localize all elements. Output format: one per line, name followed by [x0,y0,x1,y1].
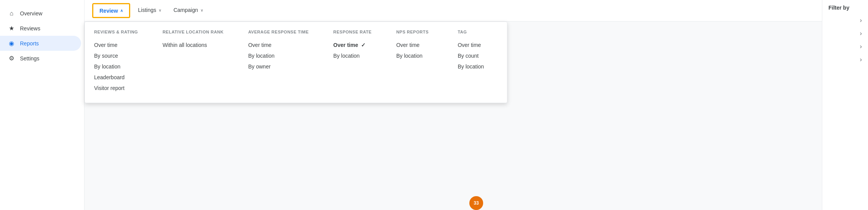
sidebar-item-reports[interactable]: ◉Reports [0,36,81,51]
col-header-nps-reports: NPS REPORTS [396,30,433,34]
col-item-reviews-rating-visitor-report[interactable]: Visitor report [94,83,138,93]
sidebar: ⌂Overview★Reviews◉Reports⚙Settings [0,0,84,210]
dropdown-col-reviews-rating: REVIEWS & RATINGOver timeBy sourceBy loc… [85,30,150,93]
dropdown-col-tag: TAGOver timeBy countBy location [446,30,507,93]
dropdown-panel: REVIEWS & RATINGOver timeBy sourceBy loc… [84,22,507,103]
col-item-tag-over-time[interactable]: Over time [458,40,495,50]
nav-label-review: Review [99,8,118,14]
sidebar-item-label-settings: Settings [20,55,40,62]
settings-icon: ⚙ [8,55,15,62]
nav-chevron-listings: ∨ [159,8,161,12]
filter-chevron-0[interactable]: › [828,14,862,27]
filter-chevron-1[interactable]: › [828,27,862,40]
col-item-reviews-rating-leaderboard[interactable]: Leaderboard [94,72,138,83]
col-item-reviews-rating-by-location[interactable]: By location [94,61,138,72]
notification-badge: 33 [469,196,483,210]
reviews-icon: ★ [8,25,15,32]
col-item-tag-by-count[interactable]: By count [458,50,495,61]
sidebar-item-label-reports: Reports [20,40,39,47]
nav-item-campaign[interactable]: Campaign∨ [167,0,209,21]
sidebar-item-reviews[interactable]: ★Reviews [0,21,81,36]
dropdown-col-response-rate: RESPONSE RATEOver time ✓By location [321,30,384,93]
nav-chevron-campaign: ∨ [200,8,203,12]
sidebar-item-label-overview: Overview [20,10,42,17]
nav-label-listings: Listings [138,7,156,13]
sidebar-item-label-reviews: Reviews [20,25,40,32]
col-item-reviews-rating-by-source[interactable]: By source [94,50,138,61]
main-content: Review∧Listings∨Campaign∨Filter by REVIE… [84,0,868,210]
badge-value: 33 [474,200,479,206]
col-item-response-rate-by-location[interactable]: By location [333,50,372,61]
nav-item-review[interactable]: Review∧ [92,3,130,18]
filter-panel: Filter by ›››› [822,0,868,210]
dropdown-col-avg-response-time: AVERAGE RESPONSE TIMEOver timeBy locatio… [236,30,321,93]
col-header-reviews-rating: REVIEWS & RATING [94,30,138,34]
col-item-reviews-rating-over-time[interactable]: Over time [94,40,138,50]
col-item-avg-response-time-over-time[interactable]: Over time [248,40,309,50]
overview-icon: ⌂ [8,10,15,17]
col-item-tag-by-location[interactable]: By location [458,61,495,72]
col-header-response-rate: RESPONSE RATE [333,30,372,34]
col-item-avg-response-time-by-owner[interactable]: By owner [248,61,309,72]
col-item-nps-reports-over-time[interactable]: Over time [396,40,433,50]
col-item-response-rate-over-time[interactable]: Over time ✓ [333,40,372,50]
nav-chevron-review: ∧ [120,8,123,13]
filter-chevron-3[interactable]: › [828,53,862,66]
col-item-nps-reports-by-location[interactable]: By location [396,50,433,61]
dropdown-columns: REVIEWS & RATINGOver timeBy sourceBy loc… [85,30,507,93]
col-header-tag: TAG [458,30,495,34]
col-header-avg-response-time: AVERAGE RESPONSE TIME [248,30,309,34]
top-navigation: Review∧Listings∨Campaign∨Filter by [84,0,868,22]
col-header-relative-location: RELATIVE LOCATION RANK [162,30,224,34]
dropdown-col-relative-location: RELATIVE LOCATION RANKWithin all locatio… [150,30,236,93]
col-item-avg-response-time-by-location[interactable]: By location [248,50,309,61]
sidebar-item-settings[interactable]: ⚙Settings [0,51,81,66]
col-item-relative-location-within-all-locations[interactable]: Within all locations [162,40,224,50]
sidebar-item-overview[interactable]: ⌂Overview [0,6,81,21]
checkmark-icon: ✓ [361,42,366,48]
nav-label-campaign: Campaign [174,7,198,13]
filter-title: Filter by [828,5,849,11]
filter-chevron-2[interactable]: › [828,40,862,53]
dropdown-col-nps-reports: NPS REPORTSOver timeBy location [384,30,446,93]
nav-item-listings[interactable]: Listings∨ [132,0,167,21]
reports-icon: ◉ [8,40,15,47]
